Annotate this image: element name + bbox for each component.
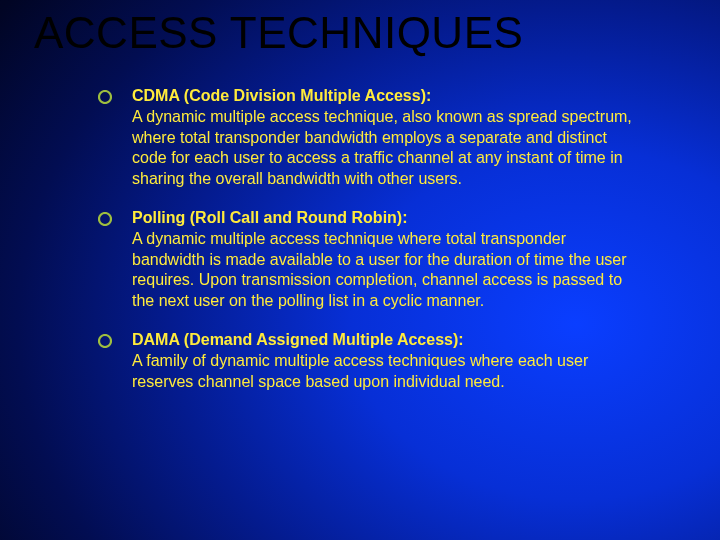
section-body: A dynamic multiple access technique wher… <box>132 230 627 309</box>
section-body: A dynamic multiple access technique, als… <box>132 108 632 187</box>
section-heading: Polling (Roll Call and Round Robin): <box>132 209 408 226</box>
slide: ACCESS TECHNIQUES CDMA (Code Division Mu… <box>0 0 720 540</box>
bullet-icon <box>98 212 112 226</box>
svg-point-1 <box>99 213 111 225</box>
section-body: A family of dynamic multiple access tech… <box>132 352 588 390</box>
bullet-icon <box>98 90 112 104</box>
section-heading: CDMA (Code Division Multiple Access): <box>132 87 431 104</box>
section-heading: DAMA (Demand Assigned Multiple Access): <box>132 331 464 348</box>
svg-point-2 <box>99 335 111 347</box>
svg-point-0 <box>99 91 111 103</box>
bullet-icon <box>98 334 112 348</box>
section-polling: Polling (Roll Call and Round Robin): A d… <box>132 208 642 312</box>
slide-title: ACCESS TECHNIQUES <box>34 8 523 58</box>
slide-content: CDMA (Code Division Multiple Access): A … <box>132 86 642 410</box>
section-cdma: CDMA (Code Division Multiple Access): A … <box>132 86 642 190</box>
section-dama: DAMA (Demand Assigned Multiple Access): … <box>132 330 642 392</box>
